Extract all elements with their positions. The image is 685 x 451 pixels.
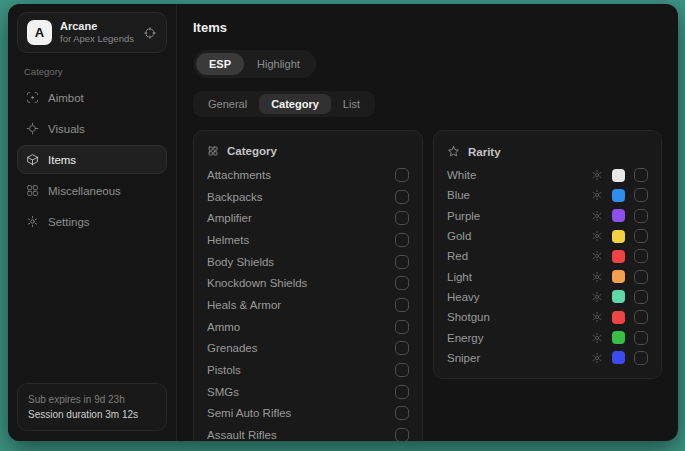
category-row-label: Heals & Armor bbox=[207, 299, 395, 311]
gear-small-icon[interactable] bbox=[591, 271, 603, 283]
category-panel: Category AttachmentsBackpacksAmplifierHe… bbox=[193, 130, 423, 441]
rarity-color-swatch[interactable] bbox=[612, 311, 625, 324]
gear-small-icon[interactable] bbox=[591, 250, 603, 262]
rarity-row-controls bbox=[591, 168, 648, 182]
sidebar-item-aimbot[interactable]: Aimbot bbox=[17, 83, 167, 112]
category-row-label: Attachments bbox=[207, 169, 395, 181]
rarity-checkbox[interactable] bbox=[634, 168, 648, 182]
category-row-label: Pistols bbox=[207, 364, 395, 376]
rarity-color-swatch[interactable] bbox=[612, 209, 625, 222]
category-rows: AttachmentsBackpacksAmplifierHelmetsBody… bbox=[207, 164, 409, 441]
rarity-row-controls bbox=[591, 290, 648, 304]
category-row: Heals & Armor bbox=[207, 294, 409, 316]
category-checkbox[interactable] bbox=[395, 255, 409, 269]
gear-small-icon[interactable] bbox=[591, 169, 603, 181]
category-row-label: Knockdown Shields bbox=[207, 277, 395, 289]
mode-option-highlight[interactable]: Highlight bbox=[244, 53, 313, 75]
rarity-checkbox[interactable] bbox=[634, 249, 648, 263]
rarity-row: Blue bbox=[447, 185, 648, 205]
gear-small-icon[interactable] bbox=[591, 332, 603, 344]
category-panel-header: Category bbox=[207, 137, 409, 164]
sidebar-item-visuals[interactable]: Visuals bbox=[17, 114, 167, 143]
rarity-checkbox[interactable] bbox=[634, 209, 648, 223]
category-row-label: Grenades bbox=[207, 342, 395, 354]
rarity-checkbox[interactable] bbox=[634, 351, 648, 365]
category-row: Knockdown Shields bbox=[207, 272, 409, 294]
rarity-color-swatch[interactable] bbox=[612, 331, 625, 344]
rarity-rows: WhiteBluePurpleGoldRedLightHeavyShotgunE… bbox=[447, 165, 648, 368]
rarity-row-controls bbox=[591, 331, 648, 345]
crosshair-icon[interactable] bbox=[143, 26, 157, 40]
rarity-row: Sniper bbox=[447, 348, 648, 368]
gear-small-icon[interactable] bbox=[591, 230, 603, 242]
category-checkbox[interactable] bbox=[395, 276, 409, 290]
category-row: Backpacks bbox=[207, 186, 409, 208]
category-row-label: SMGs bbox=[207, 386, 395, 398]
rarity-panel: Rarity WhiteBluePurpleGoldRedLightHeavyS… bbox=[433, 130, 662, 379]
rarity-row: Red bbox=[447, 246, 648, 266]
rarity-row-label: Shotgun bbox=[447, 311, 591, 323]
category-row: Semi Auto Rifles bbox=[207, 403, 409, 425]
category-row: Attachments bbox=[207, 164, 409, 186]
gear-small-icon[interactable] bbox=[591, 311, 603, 323]
rarity-row-controls bbox=[591, 188, 648, 202]
rarity-checkbox[interactable] bbox=[634, 290, 648, 304]
category-checkbox[interactable] bbox=[395, 363, 409, 377]
rarity-color-swatch[interactable] bbox=[612, 230, 625, 243]
app-window: A Arcane for Apex Legends Category Aimbo… bbox=[8, 4, 678, 441]
mode-option-esp[interactable]: ESP bbox=[196, 53, 244, 75]
rarity-row-controls bbox=[591, 270, 648, 284]
rarity-color-swatch[interactable] bbox=[612, 270, 625, 283]
gear-small-icon[interactable] bbox=[591, 291, 603, 303]
category-row-label: Ammo bbox=[207, 321, 395, 333]
sidebar-item-label: Miscellaneous bbox=[48, 185, 121, 197]
category-checkbox[interactable] bbox=[395, 341, 409, 355]
rarity-color-swatch[interactable] bbox=[612, 290, 625, 303]
category-checkbox[interactable] bbox=[395, 233, 409, 247]
rarity-color-swatch[interactable] bbox=[612, 351, 625, 364]
category-row-label: Semi Auto Rifles bbox=[207, 407, 395, 419]
gear-small-icon[interactable] bbox=[591, 189, 603, 201]
sidebar-item-miscellaneous[interactable]: Miscellaneous bbox=[17, 176, 167, 205]
rarity-row: White bbox=[447, 165, 648, 185]
category-row-label: Body Shields bbox=[207, 256, 395, 268]
rarity-row: Heavy bbox=[447, 287, 648, 307]
category-checkbox[interactable] bbox=[395, 428, 409, 441]
category-checkbox[interactable] bbox=[395, 298, 409, 312]
tab-list[interactable]: List bbox=[331, 94, 372, 114]
brand-card: A Arcane for Apex Legends bbox=[17, 12, 167, 53]
rarity-row: Light bbox=[447, 266, 648, 286]
grid-icon bbox=[207, 145, 219, 157]
gear-icon bbox=[26, 215, 39, 228]
rarity-panel-title: Rarity bbox=[468, 146, 501, 158]
tab-general[interactable]: General bbox=[196, 94, 259, 114]
category-row-label: Amplifier bbox=[207, 212, 395, 224]
rarity-checkbox[interactable] bbox=[634, 229, 648, 243]
category-checkbox[interactable] bbox=[395, 385, 409, 399]
gear-small-icon[interactable] bbox=[591, 210, 603, 222]
gear-small-icon[interactable] bbox=[591, 352, 603, 364]
rarity-color-swatch[interactable] bbox=[612, 250, 625, 263]
category-row: Amplifier bbox=[207, 207, 409, 229]
tab-category[interactable]: Category bbox=[259, 94, 331, 114]
rarity-checkbox[interactable] bbox=[634, 188, 648, 202]
sidebar-item-settings[interactable]: Settings bbox=[17, 207, 167, 236]
category-checkbox[interactable] bbox=[395, 168, 409, 182]
sidebar-item-label: Aimbot bbox=[48, 92, 84, 104]
brand-logo: A bbox=[27, 20, 52, 45]
category-checkbox[interactable] bbox=[395, 190, 409, 204]
category-checkbox[interactable] bbox=[395, 320, 409, 334]
rarity-checkbox[interactable] bbox=[634, 270, 648, 284]
rarity-row-controls bbox=[591, 249, 648, 263]
rarity-color-swatch[interactable] bbox=[612, 189, 625, 202]
category-checkbox[interactable] bbox=[395, 406, 409, 420]
rarity-checkbox[interactable] bbox=[634, 331, 648, 345]
rarity-row: Energy bbox=[447, 327, 648, 347]
category-checkbox[interactable] bbox=[395, 211, 409, 225]
rarity-color-swatch[interactable] bbox=[612, 169, 625, 182]
rarity-row-controls bbox=[591, 310, 648, 324]
rarity-checkbox[interactable] bbox=[634, 310, 648, 324]
sidebar-item-items[interactable]: Items bbox=[17, 145, 167, 174]
rarity-row-label: Energy bbox=[447, 332, 591, 344]
category-row: Body Shields bbox=[207, 251, 409, 273]
